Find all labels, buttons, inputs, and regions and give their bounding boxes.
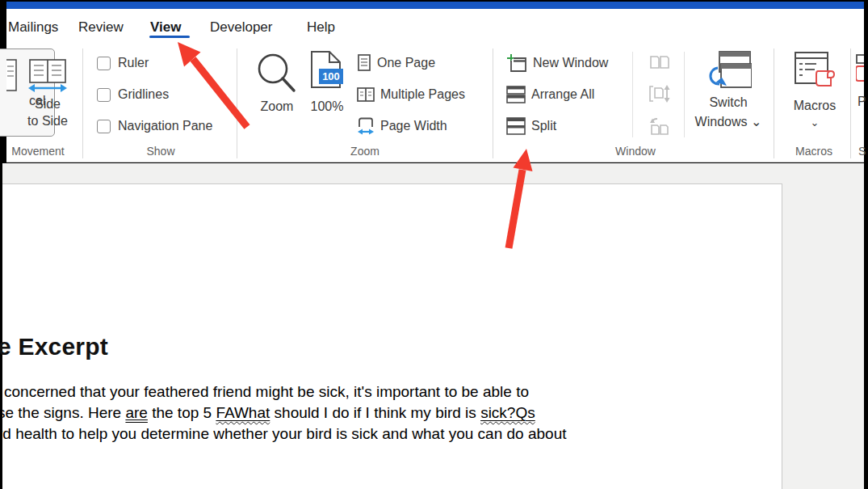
multiple-pages-label: Multiple Pages: [380, 87, 465, 102]
switch-windows-button[interactable]: Switch Windows ⌄: [697, 48, 760, 137]
new-window-label: New Window: [533, 56, 608, 70]
page-width-icon: [357, 116, 375, 136]
view-side-by-side-icon: [648, 53, 671, 74]
document-text-line: concerned that your feathered friend mig…: [4, 383, 529, 401]
macros-icon: [794, 50, 836, 91]
arrange-all-label: Arrange All: [531, 87, 594, 102]
reset-window-position-icon: [648, 116, 671, 137]
active-tab-indicator: [149, 36, 190, 38]
page-width-button[interactable]: Page Width: [357, 116, 447, 137]
side-to-side-label-2: to Side: [21, 112, 74, 129]
gridlines-checkbox[interactable]: Gridlines: [97, 87, 169, 102]
zoom-magnifier-icon: [256, 52, 298, 94]
ruler-checkbox[interactable]: Ruler: [97, 56, 149, 70]
switch-windows-label-1: Switch: [709, 95, 747, 110]
svg-text:100: 100: [322, 70, 340, 82]
zoom-group-label: Zoom: [350, 145, 379, 158]
partial-button-label: P: [858, 95, 866, 109]
window-inner-separator: [632, 52, 633, 137]
title-bar: [6, 2, 864, 9]
new-window-icon: [506, 53, 527, 73]
window-group-label: Window: [615, 145, 656, 158]
show-group-label: Show: [146, 145, 174, 158]
switch-windows-label-2: Windows ⌄: [695, 114, 762, 129]
gridlines-checkbox-box[interactable]: [97, 88, 111, 102]
new-window-button[interactable]: New Window: [506, 53, 608, 74]
group-separator: [237, 48, 237, 158]
group-separator: [493, 48, 493, 158]
multiple-pages-button[interactable]: Multiple Pages: [357, 84, 465, 105]
one-page-icon: [357, 54, 371, 72]
split-icon: [506, 117, 526, 135]
arrange-all-icon: [506, 86, 526, 103]
document-heading: e Excerpt: [0, 333, 108, 360]
group-separator: [850, 48, 851, 158]
movement-group-label: Movement: [11, 145, 64, 158]
page-width-label: Page Width: [380, 119, 447, 133]
ribbon-view-tab: cal Side to Side Movement: [6, 44, 864, 162]
navigation-pane-checkbox[interactable]: Navigation Pane: [97, 119, 212, 133]
zoom-100-icon: 100: [308, 50, 346, 89]
split-label: Split: [531, 119, 556, 133]
tab-help[interactable]: Help: [307, 16, 335, 39]
zoom-100-label: 100%: [311, 99, 344, 114]
navigation-pane-checkbox-box[interactable]: [97, 120, 111, 133]
macros-button[interactable]: Macros ⌄: [788, 48, 841, 137]
zoom-button-label: Zoom: [261, 99, 294, 114]
tab-review[interactable]: Review: [78, 16, 124, 39]
synchronous-scrolling-icon: [648, 84, 671, 105]
zoom-button[interactable]: Zoom: [245, 50, 309, 136]
tab-developer[interactable]: Developer: [210, 16, 273, 39]
side-to-side-icon: [27, 58, 68, 92]
partial-group-label: S: [858, 145, 866, 158]
ribbon-tab-bar: Mailings Review View Developer Help: [6, 9, 864, 44]
zoom-100-button[interactable]: 100 100%: [302, 48, 352, 136]
split-button[interactable]: Split: [506, 116, 556, 137]
ruler-label: Ruler: [118, 56, 149, 70]
ruler-checkbox-box[interactable]: [97, 57, 111, 70]
vertical-page-icon: [6, 58, 19, 94]
switch-windows-icon: [705, 50, 752, 91]
arrange-all-button[interactable]: Arrange All: [506, 84, 594, 105]
chevron-down-icon: ⌄: [811, 116, 820, 129]
one-page-button[interactable]: One Page: [357, 53, 435, 74]
document-text-line: se the signs. Here are the top 5 FAWhat …: [0, 404, 535, 422]
document-text-line: rd health to help you determine whether …: [0, 425, 566, 443]
partial-button-icon: [856, 53, 864, 91]
tab-mailings[interactable]: Mailings: [8, 16, 58, 39]
word-application-window: Mailings Review View Developer Help cal: [0, 0, 868, 489]
navigation-pane-label: Navigation Pane: [118, 119, 212, 133]
group-separator: [82, 48, 83, 158]
document-page[interactable]: e Excerpt concerned that your feathered …: [2, 183, 782, 489]
group-separator: [774, 48, 774, 158]
window-inner-separator: [684, 52, 685, 137]
macros-button-label: Macros: [794, 99, 836, 113]
document-canvas[interactable]: e Excerpt concerned that your feathered …: [2, 163, 864, 489]
side-to-side-button[interactable]: Side to Side: [21, 53, 74, 136]
one-page-label: One Page: [377, 56, 435, 70]
macros-group-label: Macros: [795, 145, 832, 158]
side-to-side-label-1: Side: [21, 95, 74, 112]
multiple-pages-icon: [357, 86, 375, 103]
gridlines-label: Gridlines: [118, 87, 169, 102]
chevron-down-icon: ⌄: [751, 115, 761, 129]
